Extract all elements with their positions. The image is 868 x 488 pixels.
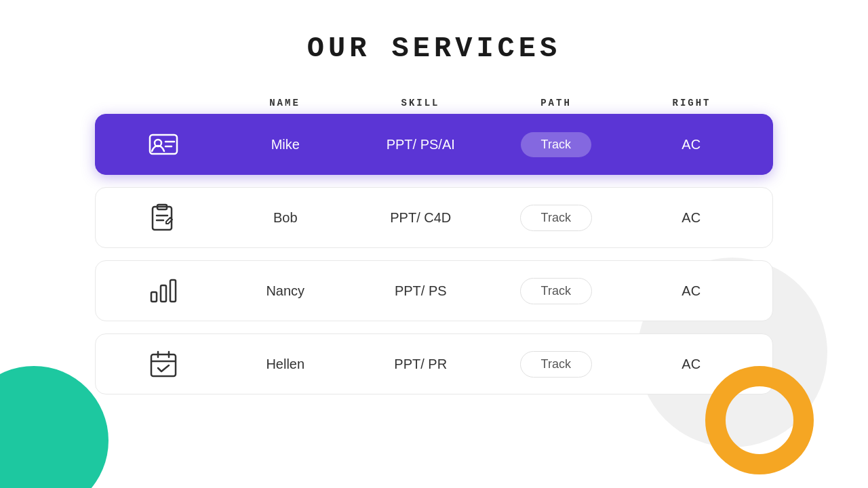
icon-cell-hellen bbox=[109, 344, 218, 384]
bar-chart-icon bbox=[143, 270, 184, 311]
skill-cell-hellen: PPT/ PR bbox=[353, 357, 489, 372]
col-header-skill: SKILL bbox=[353, 98, 488, 108]
path-cell-hellen: Track bbox=[488, 351, 624, 378]
id-card-icon bbox=[143, 124, 184, 165]
page-title: OUR SERVICES bbox=[307, 33, 561, 65]
table-row-mike[interactable]: Mike PPT/ PS/AI Track AC bbox=[95, 114, 773, 175]
name-cell-hellen: Hellen bbox=[218, 357, 353, 372]
col-header-path: PATH bbox=[488, 98, 624, 108]
path-cell-mike: Track bbox=[488, 132, 624, 157]
skill-cell-nancy: PPT/ PS bbox=[353, 283, 489, 299]
path-badge-hellen: Track bbox=[520, 351, 592, 378]
right-cell-bob: AC bbox=[624, 210, 760, 226]
donut-decoration bbox=[705, 366, 814, 474]
icon-cell-mike bbox=[109, 124, 218, 165]
path-badge-mike: Track bbox=[521, 132, 591, 157]
name-cell-bob: Bob bbox=[218, 210, 353, 226]
table-header: NAME SKILL PATH RIGHT bbox=[95, 98, 773, 108]
icon-cell-nancy bbox=[109, 270, 218, 311]
calendar-check-icon bbox=[143, 344, 184, 384]
right-cell-nancy: AC bbox=[624, 283, 760, 299]
table-row-nancy[interactable]: Nancy PPT/ PS Track AC bbox=[95, 260, 773, 321]
svg-rect-11 bbox=[151, 354, 176, 376]
col-header-name: NAME bbox=[217, 98, 353, 108]
services-table: NAME SKILL PATH RIGHT Mike PPT/ PS/ bbox=[95, 98, 773, 407]
svg-rect-10 bbox=[170, 280, 176, 302]
icon-cell-bob bbox=[109, 197, 218, 238]
svg-rect-8 bbox=[151, 292, 157, 302]
clipboard-edit-icon bbox=[143, 197, 184, 238]
name-cell-mike: Mike bbox=[218, 137, 353, 152]
path-badge-nancy: Track bbox=[520, 278, 592, 304]
name-cell-nancy: Nancy bbox=[218, 283, 353, 299]
path-cell-bob: Track bbox=[488, 205, 624, 231]
path-badge-bob: Track bbox=[520, 205, 592, 231]
svg-rect-9 bbox=[161, 285, 166, 302]
col-header-right: RIGHT bbox=[624, 98, 760, 108]
table-row-bob[interactable]: Bob PPT/ C4D Track AC bbox=[95, 187, 773, 248]
skill-cell-mike: PPT/ PS/AI bbox=[353, 137, 489, 152]
path-cell-nancy: Track bbox=[488, 278, 624, 304]
table-row-hellen[interactable]: Hellen PPT/ PR Track AC bbox=[95, 333, 773, 394]
skill-cell-bob: PPT/ C4D bbox=[353, 210, 489, 226]
right-cell-mike: AC bbox=[624, 137, 760, 152]
